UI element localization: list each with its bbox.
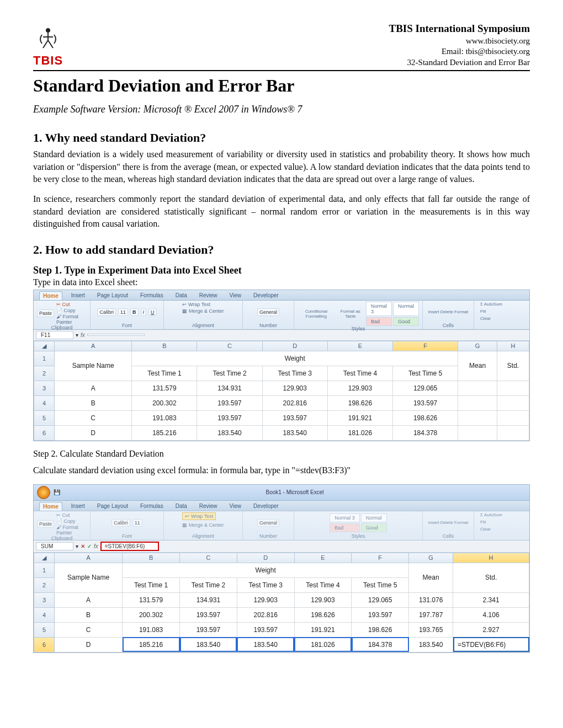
cell[interactable]: 183.540: [409, 637, 453, 652]
cell-tt3[interactable]: Test Time 3: [237, 577, 294, 592]
cell[interactable]: 193.597: [237, 622, 294, 637]
cell[interactable]: 198.626: [294, 607, 352, 622]
tab-formulas[interactable]: Formulas: [137, 291, 167, 300]
cut-button[interactable]: ✂ Cut: [56, 302, 87, 307]
autosum-button[interactable]: Σ AutoSum: [480, 512, 502, 517]
cell[interactable]: 181.026: [327, 425, 392, 440]
style-bad[interactable]: Bad: [330, 523, 360, 532]
row-6[interactable]: 6: [34, 425, 55, 440]
cell[interactable]: 198.626: [392, 410, 458, 425]
cell[interactable]: 184.378: [352, 637, 409, 652]
tab-developer[interactable]: Developer: [250, 502, 282, 511]
paste-button[interactable]: Paste: [37, 520, 54, 528]
format-cells-button[interactable]: Format: [454, 309, 468, 314]
cell-tt5[interactable]: Test Time 5: [392, 366, 458, 381]
cell-tt1[interactable]: Test Time 1: [123, 577, 180, 592]
tab-review[interactable]: Review: [196, 291, 221, 300]
cell-tt1[interactable]: Test Time 1: [132, 366, 197, 381]
col-B[interactable]: B: [132, 341, 197, 351]
cell[interactable]: 193.597: [197, 395, 262, 410]
cell[interactable]: 181.026: [294, 637, 352, 652]
cell[interactable]: 129.903: [237, 592, 294, 607]
name-box[interactable]: F11: [36, 331, 73, 339]
format-cells-button[interactable]: Format: [454, 520, 468, 525]
font-name[interactable]: Calibri: [111, 519, 130, 527]
cell[interactable]: 183.540: [197, 425, 262, 440]
cell[interactable]: 183.540: [237, 637, 294, 652]
row-3[interactable]: 3: [34, 592, 55, 607]
cell[interactable]: 191.083: [123, 622, 180, 637]
cell-std-header[interactable]: Std.: [497, 351, 529, 381]
cell[interactable]: 185.216: [123, 637, 180, 652]
cell-weight-header[interactable]: Weight: [123, 563, 409, 577]
tab-review[interactable]: Review: [196, 502, 221, 511]
cell-sample-name[interactable]: Sample Name: [55, 563, 123, 592]
wrap-text-button[interactable]: ↩ Wrap Text: [182, 302, 210, 307]
cell[interactable]: C: [55, 410, 132, 425]
cell-std-header[interactable]: Std.: [453, 563, 529, 592]
wrap-text-button[interactable]: ↩ Wrap Text: [182, 512, 216, 520]
cell[interactable]: 129.903: [262, 381, 327, 395]
cell-tt3[interactable]: Test Time 3: [262, 366, 327, 381]
active-cell[interactable]: =STDEV(B6:F6): [453, 637, 529, 652]
cell[interactable]: 183.540: [262, 425, 327, 440]
cell[interactable]: A: [55, 592, 123, 607]
cell[interactable]: 129.903: [327, 381, 392, 395]
col-F[interactable]: F: [352, 553, 409, 563]
italic-button[interactable]: I: [141, 308, 147, 316]
style-normal3[interactable]: Normal 3: [366, 302, 392, 316]
style-good[interactable]: Good: [361, 523, 387, 532]
cell-tt4[interactable]: Test Time 4: [327, 366, 392, 381]
cell[interactable]: 202.816: [262, 395, 327, 410]
row-4[interactable]: 4: [34, 607, 55, 622]
select-all-corner[interactable]: ◢: [34, 341, 55, 351]
cell[interactable]: 193.765: [409, 622, 453, 637]
clear-button[interactable]: Clear: [480, 527, 491, 532]
delete-cells-button[interactable]: Delete: [440, 520, 453, 525]
cell[interactable]: 197.787: [409, 607, 453, 622]
row-2[interactable]: 2: [34, 577, 55, 592]
formula-input[interactable]: =STDEV(B6:F6): [100, 542, 159, 551]
merge-center-button[interactable]: ▦ Merge & Center: [182, 308, 224, 314]
row-1[interactable]: 1: [34, 563, 55, 577]
copy-button[interactable]: 📄 Copy: [56, 308, 87, 313]
col-E[interactable]: E: [294, 553, 352, 563]
tab-insert[interactable]: Insert: [68, 291, 88, 300]
cell[interactable]: 129.065: [392, 381, 458, 395]
insert-cells-button[interactable]: Insert: [428, 309, 439, 314]
col-G[interactable]: G: [409, 553, 453, 563]
dropdown-icon[interactable]: ▾: [76, 543, 78, 549]
cell[interactable]: 198.626: [327, 395, 392, 410]
cancel-icon[interactable]: ✕: [81, 543, 85, 549]
cell[interactable]: 200.302: [132, 395, 197, 410]
cell[interactable]: 193.597: [262, 410, 327, 425]
conditional-formatting-button[interactable]: Conditional Formatting: [298, 309, 335, 319]
col-C[interactable]: C: [197, 341, 262, 351]
spreadsheet-1[interactable]: ◢ A B C D E F G H 1 Sample Name Weight M…: [34, 341, 529, 441]
tab-page-layout[interactable]: Page Layout: [94, 502, 131, 511]
cell[interactable]: 4.106: [453, 607, 529, 622]
cell-sample-name[interactable]: Sample Name: [55, 351, 132, 381]
dropdown-icon[interactable]: ▾: [76, 332, 78, 338]
enter-icon[interactable]: ✓: [87, 543, 92, 549]
col-D[interactable]: D: [262, 341, 327, 351]
style-normal[interactable]: Normal: [361, 513, 387, 522]
paste-button[interactable]: Paste: [37, 309, 54, 317]
qat-save-icon[interactable]: 💾: [54, 489, 60, 495]
cell[interactable]: 2.927: [453, 622, 529, 637]
delete-cells-button[interactable]: Delete: [440, 309, 453, 314]
cell[interactable]: B: [55, 395, 132, 410]
number-format[interactable]: General: [257, 308, 279, 316]
office-button-icon[interactable]: [37, 486, 50, 499]
format-painter-button[interactable]: 🖌 Format Painter: [56, 314, 87, 325]
tab-formulas[interactable]: Formulas: [137, 502, 167, 511]
cell-mean-header[interactable]: Mean: [409, 563, 453, 592]
cell[interactable]: 198.626: [352, 622, 409, 637]
cell[interactable]: 193.597: [352, 607, 409, 622]
cell[interactable]: [458, 395, 497, 410]
row-4[interactable]: 4: [34, 395, 55, 410]
fill-button[interactable]: Fill: [480, 309, 486, 314]
font-size[interactable]: 11: [132, 519, 142, 527]
clear-button[interactable]: Clear: [480, 316, 491, 321]
cell[interactable]: 202.816: [237, 607, 294, 622]
